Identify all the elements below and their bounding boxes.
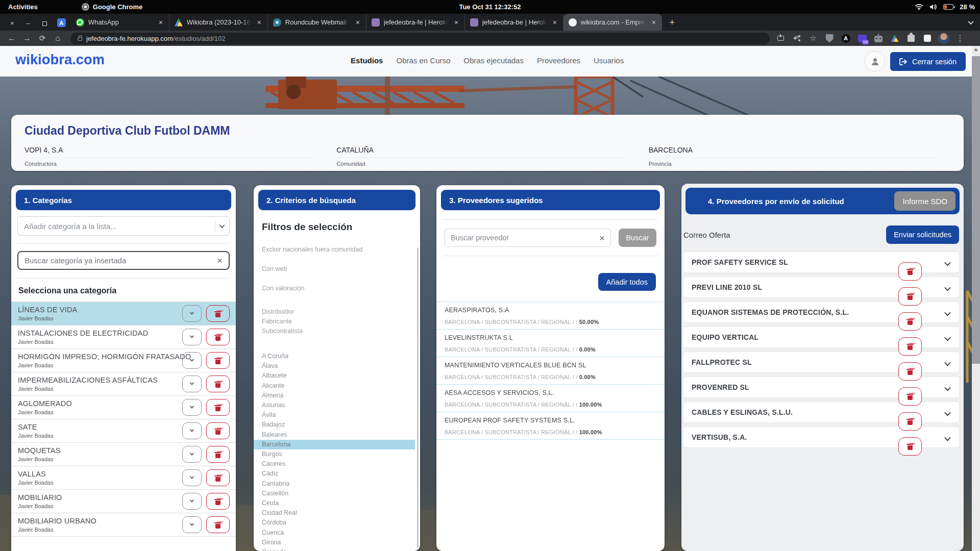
category-collapse-button[interactable] (182, 446, 202, 463)
province-option[interactable]: Albacete (254, 371, 420, 381)
expand-chevron-icon[interactable] (945, 309, 950, 318)
province-option[interactable]: Badajoz (254, 420, 420, 430)
browser-tab[interactable]: jefedeobra-fe | Heroku × (366, 14, 465, 31)
province-option[interactable]: Alicante (254, 381, 420, 391)
category-delete-button[interactable] (206, 329, 230, 345)
tab-search-chevron-icon[interactable] (969, 17, 973, 27)
category-row[interactable]: SATE Javier Boadas (11, 419, 236, 443)
province-option[interactable]: Barcelona (254, 440, 415, 449)
provider-delete-button[interactable] (898, 312, 922, 331)
browser-tab[interactable]: wikiobra.com - Empresas × (564, 14, 662, 31)
browser-tab[interactable]: Wikiobra (2023-10-16 18: × (169, 14, 268, 31)
adguard-extension-icon[interactable]: A (839, 32, 852, 45)
category-collapse-button[interactable] (182, 375, 202, 392)
provider-delete-button[interactable] (898, 337, 922, 356)
expand-chevron-icon[interactable] (945, 284, 950, 293)
clear-search-icon[interactable]: × (217, 256, 223, 265)
system-status-area[interactable]: 28 % (915, 3, 975, 11)
notebook-extension-icon[interactable]: 15 (855, 32, 869, 45)
request-provider-row[interactable]: PROF SAFETY SERVICE SL (683, 252, 959, 272)
robot-extension-icon[interactable] (872, 32, 885, 45)
suggested-provider-row[interactable]: LEVELINSTRUKTA S.L BARCELONA / SUBCONTRA… (436, 330, 665, 357)
nav-link[interactable]: Obras en Curso (396, 56, 450, 65)
province-option[interactable]: Girona (254, 538, 420, 547)
category-delete-button[interactable] (206, 493, 230, 510)
tab-close-icon[interactable]: × (354, 18, 362, 27)
chevron-down-icon[interactable] (219, 222, 225, 228)
system-clock[interactable]: Tue Oct 31 12:32:52 (459, 3, 521, 11)
sdo-report-button[interactable]: Informe SDO (894, 191, 955, 211)
category-search-input[interactable] (24, 256, 217, 265)
suggested-provider-row[interactable]: MANTENIMIENTO VERTICALES BLUE BCN SL BAR… (436, 357, 665, 385)
forward-button[interactable]: → (19, 32, 35, 45)
panel-scrollbar[interactable] (417, 247, 419, 548)
add-category-input[interactable] (24, 222, 210, 231)
scrollbar-thumb[interactable] (972, 56, 980, 364)
category-delete-button[interactable] (206, 516, 230, 533)
browser-tab[interactable]: WhatsApp × (71, 14, 169, 31)
address-bar[interactable]: jefedeobra-fe.herokuapp.com/estudios/add… (70, 33, 770, 44)
provider-delete-button[interactable] (898, 362, 922, 381)
sidepanel-icon[interactable] (921, 32, 934, 45)
provider-type-option[interactable]: Distribuidor (262, 307, 412, 317)
scrollbar-up-arrow[interactable] (974, 48, 978, 51)
province-option[interactable]: A Coruña (254, 352, 420, 361)
new-tab-button[interactable]: + (665, 15, 679, 30)
province-option[interactable]: Cáceres (254, 459, 420, 469)
category-row[interactable]: AGLOMERADO Javier Boadas (11, 396, 236, 419)
category-collapse-button[interactable] (182, 493, 202, 510)
filter-option[interactable]: Con valoración (262, 285, 412, 292)
window-minimize-button[interactable]: – (27, 21, 30, 26)
tab-close-icon[interactable]: × (452, 18, 460, 27)
clear-search-icon[interactable]: × (599, 233, 605, 243)
category-collapse-button[interactable] (182, 329, 202, 345)
window-close-button[interactable]: × (10, 21, 14, 26)
province-option[interactable]: Baleares (254, 430, 420, 440)
expand-chevron-icon[interactable] (945, 359, 950, 368)
category-collapse-button[interactable] (182, 305, 202, 322)
nav-link[interactable]: Proveedores (537, 56, 580, 65)
provider-delete-button[interactable] (898, 387, 922, 406)
category-search-box[interactable]: × (17, 251, 230, 270)
category-delete-button[interactable] (206, 446, 230, 463)
category-delete-button[interactable] (206, 422, 230, 439)
suggested-provider-row[interactable]: EUROPEAN PROF SAFETY SYSTEMS S.L. BARCEL… (436, 412, 665, 440)
provider-delete-button[interactable] (898, 287, 922, 306)
expand-chevron-icon[interactable] (945, 334, 950, 343)
category-collapse-button[interactable] (182, 352, 202, 369)
category-collapse-button[interactable] (182, 399, 202, 416)
page-scrollbar[interactable] (972, 46, 980, 551)
tab-close-icon[interactable]: × (157, 18, 165, 27)
profile-avatar[interactable] (937, 32, 950, 45)
filter-option[interactable]: Con web (262, 265, 412, 272)
user-avatar-button[interactable] (865, 51, 885, 71)
category-row[interactable]: MOQUETAS Javier Boadas (11, 443, 236, 466)
bookmark-star-icon[interactable]: ☆ (806, 32, 820, 45)
province-option[interactable]: Asturias (254, 400, 420, 410)
province-option[interactable]: Granada (254, 547, 420, 551)
category-delete-button[interactable] (206, 375, 230, 392)
browser-tab[interactable]: jefedeobra-be | Heroku × (465, 14, 564, 31)
filter-option[interactable]: Excluir nacionales fuera comunidad (262, 246, 412, 253)
category-delete-button[interactable] (206, 469, 230, 486)
nav-link[interactable]: Usuarios (594, 56, 624, 65)
category-collapse-button[interactable] (182, 516, 202, 533)
province-option[interactable]: Ceuta (254, 498, 420, 508)
province-option[interactable]: Cantabria (254, 479, 420, 489)
logout-button[interactable]: Cerrar sesión (890, 52, 966, 71)
shield-extension-icon[interactable] (823, 32, 836, 45)
province-option[interactable]: Almeria (254, 391, 420, 400)
lock-icon[interactable] (78, 37, 82, 41)
province-option[interactable]: Burgos (254, 449, 420, 459)
tab-close-icon[interactable]: × (650, 18, 658, 27)
drive-extension-icon[interactable] (888, 32, 901, 45)
category-row[interactable]: INSTALACIONES DE ELECTRICIDAD Javier Boa… (11, 325, 236, 349)
suggested-provider-row[interactable]: AESA ACCESOS Y SERVICIOS, S.L. BARCELONA… (436, 385, 665, 412)
province-option[interactable]: Castellón (254, 489, 420, 498)
expand-chevron-icon[interactable] (945, 434, 950, 443)
category-row[interactable]: MOBILIARIO URBANO Javier Boadas (11, 513, 236, 537)
activities-button[interactable]: Activities (0, 0, 46, 14)
reload-button[interactable]: ⟳ (35, 32, 50, 45)
suggested-provider-row[interactable]: AERASPIRATOS, S.A BARCELONA / SUBCONTRAT… (436, 302, 665, 330)
translate-extension-icon[interactable]: A (57, 18, 66, 27)
